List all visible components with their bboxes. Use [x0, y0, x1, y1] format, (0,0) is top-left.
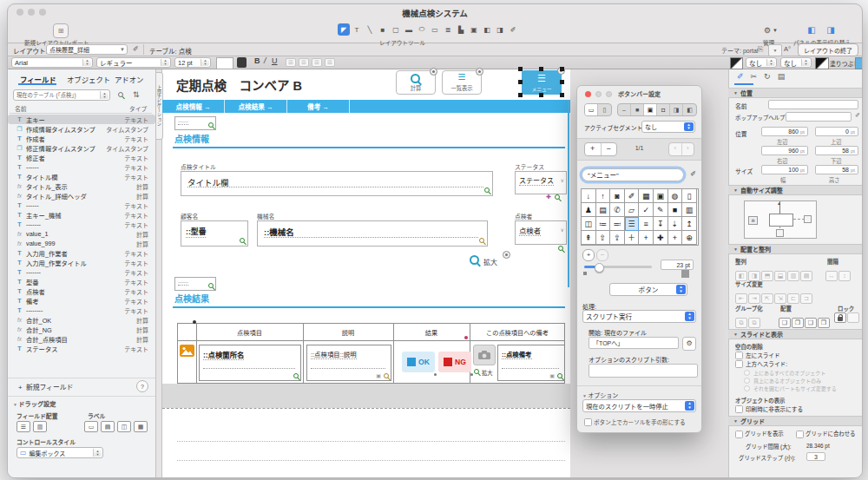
section-position[interactable]: 位置 [728, 88, 862, 98]
field-row[interactable]: 合計_点検項目 計算 [8, 334, 155, 344]
orientation-option[interactable]: ▭ [585, 104, 598, 115]
prev-segment-button[interactable]: ‹ [669, 143, 682, 155]
pause-script-select[interactable]: 現在のスクリプトを一時停止 [582, 399, 696, 412]
button-icon-option[interactable]: ↥ [682, 217, 697, 231]
help-button[interactable]: ? [136, 380, 148, 392]
layout-tool-icon[interactable]: ⬭ [416, 23, 428, 36]
label-position-option[interactable]: ▭ [84, 421, 98, 432]
font-style-select[interactable]: レギュラー [96, 57, 171, 68]
table-filter-select[interactable]: 現在のテーブル (「点検」) [13, 89, 110, 101]
button-icon-option[interactable]: ▯ [682, 189, 697, 203]
alignment-option[interactable]: ◘ [657, 104, 670, 115]
options-header[interactable]: ▼ オプション [582, 391, 618, 399]
radio-icon[interactable] [744, 370, 750, 376]
field-row[interactable]: 主キー テキスト [8, 115, 155, 124]
field-row[interactable]: value_999 計算 [8, 239, 155, 248]
anchor-left-box[interactable]: ⊞ [748, 216, 758, 225]
menu-button-selected[interactable]: ☰ メニュー [522, 70, 562, 95]
column-header-type[interactable]: タイプ [129, 104, 147, 113]
pos-bottom-input[interactable]: 58pt [815, 146, 858, 155]
button-icon-option[interactable]: ≕ [610, 217, 625, 231]
button-icon-option[interactable]: ≡ [639, 217, 654, 231]
button-icon-option[interactable]: ✆ [610, 203, 625, 217]
field-row[interactable]: ステータス テキスト [8, 344, 155, 353]
segment-type-select[interactable]: ボタン [609, 283, 687, 296]
image-placeholder-icon[interactable] [180, 345, 194, 357]
buttonbar-settings-dialog[interactable]: ボタンバー設定 ▭▯ –■▣◘◨◧ アクティブセグメント: なし + − 1/1… [576, 85, 702, 433]
column-header-name[interactable]: 名前 [15, 104, 27, 113]
field-row[interactable]: value_1 計算 [8, 229, 155, 239]
script-options-gear-button[interactable]: ⚙ [682, 337, 696, 351]
segment-name-input[interactable]: "メニュー" [582, 168, 684, 181]
new-layout-button[interactable]: ⊞ [53, 23, 69, 38]
resize-option-button[interactable]: ⇲ [774, 293, 786, 304]
photo-container-field[interactable] [473, 345, 496, 365]
slider-thumb[interactable] [595, 263, 604, 273]
pos-right-input[interactable]: 960pt [761, 146, 808, 155]
icon-size-input[interactable]: 23 pt [661, 260, 694, 270]
button-icon-option[interactable]: ◙ [610, 189, 625, 203]
order-option-button[interactable]: ❏ [779, 318, 791, 328]
section-arrange[interactable]: 配置と整列 [728, 244, 862, 254]
rename-pencil-icon[interactable]: ✐ [690, 170, 696, 178]
script-param-input[interactable] [589, 364, 698, 378]
button-icon-option[interactable]: ▣ [654, 189, 668, 203]
button-icon-option[interactable]: ◍ [668, 189, 683, 203]
order-option-button[interactable]: ❒ [818, 318, 830, 328]
field-row[interactable]: 入力用_作業タイトル テキスト [8, 258, 155, 267]
alignment-option[interactable]: ■ [631, 104, 644, 115]
field-row[interactable]: ------- テキスト [8, 220, 155, 229]
button-icon-option[interactable]: ✎ [654, 203, 668, 217]
tab-appearance-icon[interactable]: ✂ [751, 72, 758, 81]
button-icon-option[interactable]: + [668, 231, 683, 245]
selection-handle[interactable] [560, 80, 564, 84]
layout-tool-icon[interactable]: T [351, 23, 363, 36]
search-icon[interactable] [117, 91, 128, 100]
slide-left-checkbox[interactable] [735, 352, 743, 359]
field-row[interactable]: 入力用_作業者 テキスト [8, 248, 155, 258]
border-type-select[interactable]: なし [780, 57, 812, 68]
field-row[interactable]: 修正情報タイムスタンプ タイムスタンプ [8, 143, 155, 153]
underline-button[interactable]: U [272, 56, 278, 65]
new-field-button[interactable]: + 新規フィールド [18, 382, 73, 391]
align-justify-button[interactable]: ☰ [325, 58, 335, 67]
selection-handle[interactable] [560, 93, 564, 97]
field-placement-option[interactable]: ☰ [16, 421, 30, 432]
ng-button[interactable]: NG [438, 352, 471, 372]
layout-tool-icon[interactable]: ╲ [364, 23, 376, 36]
size-height-input[interactable]: 58pt [815, 165, 858, 174]
border-style-icon[interactable] [730, 57, 743, 69]
resize-option-button[interactable]: ⊏ [787, 293, 799, 304]
object-name-input[interactable] [768, 100, 858, 109]
tab-data-icon[interactable]: ↻ [764, 72, 771, 81]
manage-menu-button[interactable]: ⚙▼ [760, 23, 782, 36]
border-width-select[interactable]: なし [746, 57, 777, 68]
size-width-input[interactable]: 100pt [761, 165, 808, 174]
inspector-field[interactable]: 点検者 ∨ [515, 220, 567, 245]
layout-tab[interactable]: 備考 → [287, 100, 350, 113]
layout-tool-icon[interactable]: ▣ [468, 23, 480, 36]
label-position-option[interactable]: ▤ [101, 421, 115, 432]
order-option-button[interactable]: ❑ [805, 318, 817, 328]
button-icon-option[interactable]: ≔ [596, 217, 611, 231]
zoom-button[interactable]: 拡大 [470, 254, 506, 268]
button-icon-option[interactable]: ⇧ [596, 231, 611, 245]
item-desc-field[interactable]: ::点検項目::説明 ▣ [306, 345, 391, 381]
layout-tool-icon[interactable]: ▢ [390, 23, 402, 36]
layout-tool-icon[interactable]: ■ [377, 23, 389, 36]
hide-print-checkbox[interactable] [735, 405, 743, 413]
layout-tool-icon[interactable]: ◧ [481, 23, 493, 36]
button-icon-option[interactable]: ▦ [639, 189, 654, 203]
resize-option-button[interactable]: ⊐ [800, 293, 812, 304]
field-row[interactable]: 合計_OK 計算 [8, 315, 155, 325]
layout-title-text[interactable]: 定期点検 コンベア B [176, 76, 302, 94]
tooltip-pencil-icon[interactable]: ✐ [855, 112, 860, 119]
button-icon-option[interactable]: ▥ [682, 203, 697, 217]
next-segment-button[interactable]: › [682, 143, 694, 155]
field-row[interactable]: -------- テキスト [8, 306, 155, 315]
grid-show-checkbox[interactable] [735, 431, 743, 438]
lock-button[interactable] [834, 312, 846, 323]
selection-handle[interactable] [518, 93, 523, 97]
section-grid[interactable]: グリッド [728, 416, 862, 426]
button-icon-option[interactable]: ✐ [625, 189, 640, 203]
